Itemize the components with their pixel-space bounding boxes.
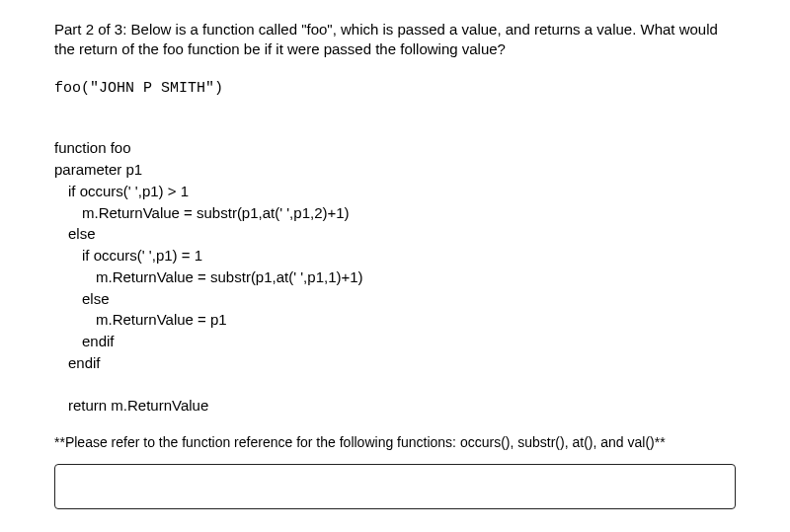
code-line: endif bbox=[54, 331, 115, 352]
code-line: endif bbox=[54, 352, 101, 374]
code-line: return m.ReturnValue bbox=[54, 395, 208, 417]
reference-note: **Please refer to the function reference… bbox=[54, 434, 736, 450]
code-line: else bbox=[54, 288, 110, 310]
code-line: function foo bbox=[54, 139, 131, 156]
code-line: m.ReturnValue = substr(p1,at(' ',p1,1)+1… bbox=[54, 266, 363, 288]
code-line: else bbox=[54, 223, 96, 245]
code-line: if occurs(' ',p1) = 1 bbox=[54, 245, 202, 266]
code-line: m.ReturnValue = p1 bbox=[54, 309, 227, 331]
answer-input[interactable] bbox=[54, 464, 736, 509]
function-call: foo("JOHN P SMITH") bbox=[54, 80, 736, 97]
code-block: function foo parameter p1 if occurs(' ',… bbox=[54, 116, 736, 418]
code-line: if occurs(' ',p1) > 1 bbox=[54, 181, 189, 202]
question-intro: Part 2 of 3: Below is a function called … bbox=[54, 20, 736, 60]
code-line: m.ReturnValue = substr(p1,at(' ',p1,2)+1… bbox=[54, 202, 350, 224]
code-line: parameter p1 bbox=[54, 161, 142, 178]
